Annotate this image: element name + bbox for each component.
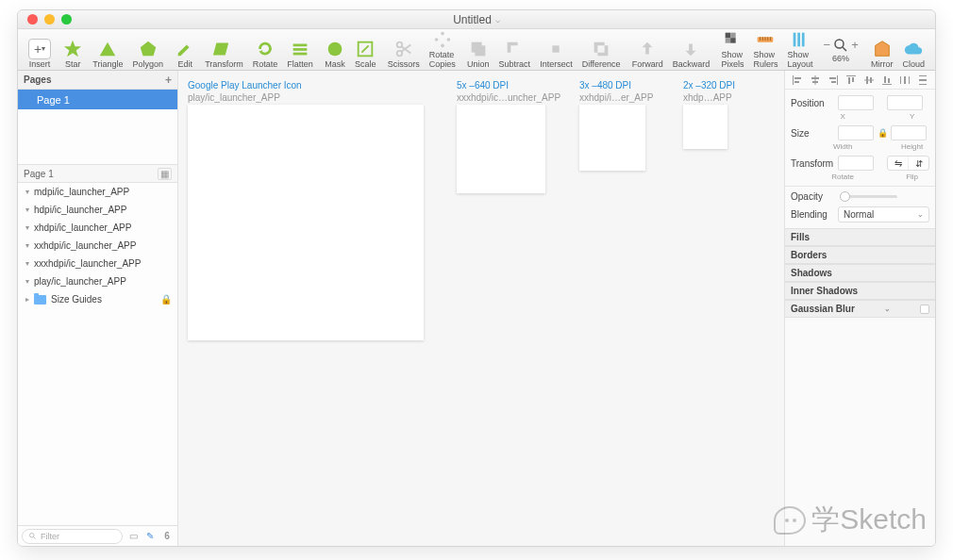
svg-rect-42 [812, 81, 818, 83]
scissors-button[interactable]: Scissors [383, 31, 425, 69]
cloud-icon [903, 39, 924, 59]
close-icon[interactable] [27, 14, 38, 25]
svg-rect-57 [909, 76, 910, 84]
layer-item[interactable]: ▾hdpi/ic_launcher_APP [18, 201, 177, 219]
subtract-button[interactable]: Subtract [494, 31, 536, 69]
difference-button[interactable]: Difference [577, 31, 626, 69]
gaussian-blur-section[interactable]: Gaussian Blur⌄ [785, 300, 935, 318]
filter-count: 6 [160, 531, 174, 541]
backward-button[interactable]: Backward [668, 31, 715, 69]
pages-header: Pages + [18, 71, 177, 90]
svg-rect-52 [882, 84, 892, 85]
shadows-section[interactable]: Shadows [785, 264, 935, 282]
svg-rect-39 [794, 81, 799, 83]
layer-item[interactable]: ▾xhdpi/ic_launcher_APP [18, 219, 177, 237]
layer-item[interactable]: ▾mdpi/ic_launcher_APP [18, 183, 177, 201]
scale-button[interactable]: Scale [350, 31, 381, 69]
zoom-window-icon[interactable] [61, 14, 72, 25]
intersect-button[interactable]: Intersect [535, 31, 577, 69]
intersect-icon [545, 39, 566, 59]
mirror-button[interactable]: Mirror [866, 31, 898, 69]
filter-options-icon[interactable]: ▭ [126, 531, 140, 541]
forward-icon [637, 39, 658, 59]
artboard-title[interactable]: Google Play Launcher Icon [188, 80, 424, 91]
size-label: Size [791, 128, 834, 139]
svg-rect-20 [731, 32, 737, 38]
artboard-title[interactable]: 3x –480 DPI [579, 80, 653, 91]
blending-label: Blending [791, 209, 834, 220]
mask-button[interactable]: Mask [320, 31, 350, 69]
rotate-input[interactable] [838, 156, 874, 171]
x-input[interactable] [838, 95, 874, 110]
opacity-slider[interactable] [840, 195, 897, 198]
edit-button[interactable]: Edit [170, 31, 200, 69]
show-layout-button[interactable]: Show Layout [783, 31, 818, 69]
show-rulers-icon [755, 29, 776, 50]
forward-button[interactable]: Forward [627, 31, 668, 69]
title-chevron-icon[interactable]: ⌵ [495, 15, 500, 25]
mirror-icon [872, 39, 893, 59]
fills-section[interactable]: Fills [785, 228, 935, 246]
svg-rect-31 [802, 32, 805, 46]
flip-segment[interactable]: ⇋⇵ [887, 156, 929, 171]
rotate-button[interactable]: Rotate [248, 31, 283, 69]
minimize-icon[interactable] [44, 14, 55, 25]
artboard[interactable]: 3x –480 DPI xxhdpi/i…er_APP [579, 80, 653, 171]
svg-rect-6 [293, 48, 308, 51]
align-center-h-icon[interactable] [810, 74, 821, 86]
artboard[interactable]: Google Play Launcher Icon play/ic_launch… [188, 80, 424, 340]
rotate-copies-icon [432, 29, 453, 50]
svg-point-14 [441, 43, 444, 47]
svg-rect-19 [726, 32, 731, 38]
filter-input[interactable]: Filter [22, 529, 123, 544]
page-panel-header[interactable]: Page 1 ▦ [18, 164, 177, 183]
triangle-button[interactable]: Triangle [88, 31, 127, 69]
filter-edit-icon[interactable]: ✎ [143, 531, 157, 541]
svg-rect-18 [553, 45, 560, 52]
star-button[interactable]: Star [58, 31, 88, 69]
layer-item[interactable]: ▾play/ic_launcher_APP [18, 272, 177, 290]
add-page-icon[interactable]: + [165, 74, 172, 87]
artboard[interactable]: 5x –640 DPI xxxhdpi/ic…uncher_APP [457, 80, 560, 193]
polygon-icon [138, 39, 159, 59]
insert-button[interactable]: +▾ Insert [24, 31, 56, 69]
borders-section[interactable]: Borders [785, 246, 935, 264]
align-center-v-icon[interactable] [863, 74, 875, 86]
align-right-icon[interactable] [828, 74, 839, 86]
blending-select[interactable]: Normal⌄ [838, 206, 929, 222]
artboard-title[interactable]: 2x –320 DPI [683, 80, 735, 91]
page-item[interactable]: Page 1 [18, 90, 177, 109]
svg-rect-51 [870, 77, 872, 83]
layer-item[interactable]: ▾xxxhdpi/ic_launcher_APP [18, 255, 177, 272]
distribute-v-icon[interactable] [917, 74, 928, 86]
svg-rect-21 [726, 38, 731, 43]
union-button[interactable]: Union [462, 31, 494, 69]
layer-size-guides[interactable]: ▸Size Guides🔒 [18, 290, 177, 308]
inner-shadows-section[interactable]: Inner Shadows [785, 282, 935, 300]
lock-icon[interactable]: 🔒 [160, 294, 172, 305]
svg-rect-47 [848, 77, 850, 84]
artboard-toggle-icon[interactable]: ▦ [158, 168, 172, 180]
align-bottom-icon[interactable] [881, 74, 893, 86]
edit-icon [175, 39, 195, 59]
canvas[interactable]: Google Play Launcher Icon play/ic_launch… [178, 71, 784, 546]
align-top-icon[interactable] [845, 74, 857, 86]
height-input[interactable] [891, 125, 927, 140]
transform-button[interactable]: Transform [200, 31, 248, 69]
cloud-button[interactable]: Cloud [897, 31, 929, 69]
y-input[interactable] [887, 95, 923, 110]
polygon-button[interactable]: Polygon [127, 31, 168, 69]
zoom-control[interactable]: −+ 66% [818, 37, 864, 63]
lock-aspect-icon[interactable]: 🔒 [878, 128, 887, 138]
width-input[interactable] [838, 125, 874, 140]
flatten-button[interactable]: Flatten [282, 31, 318, 69]
artboard-title[interactable]: 5x –640 DPI [457, 80, 560, 91]
artboard[interactable]: 2x –320 DPI xhdp…APP [683, 80, 735, 149]
window-title: Untitled⌵ [453, 13, 500, 26]
distribute-h-icon[interactable] [899, 74, 911, 86]
rotate-copies-button[interactable]: Rotate Copies [425, 31, 460, 69]
layer-item[interactable]: ▾xxhdpi/ic_launcher_APP [18, 237, 177, 255]
show-pixels-button[interactable]: Show Pixels [716, 31, 748, 69]
align-left-icon[interactable] [792, 74, 803, 86]
show-rulers-button[interactable]: Show Rulers [748, 31, 782, 69]
